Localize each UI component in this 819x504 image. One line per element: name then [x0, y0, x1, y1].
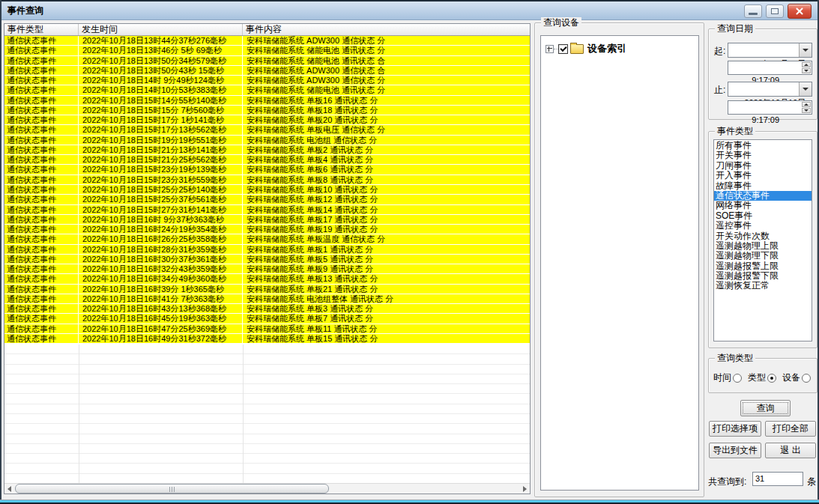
table-row[interactable]: 通信状态事件2022年10月18日15时25分25秒140毫秒安科瑞储能系统 单…: [4, 185, 530, 195]
table-row[interactable]: 通信状态事件2022年10月18日15时15分 7秒560毫秒安科瑞储能系统 单…: [4, 106, 530, 115]
column-header-event-content[interactable]: 事件内容: [243, 24, 530, 35]
device-root-label[interactable]: 设备索引: [587, 42, 626, 55]
table-cell: 2022年10月18日16时49分31秒372毫秒: [79, 334, 243, 343]
table-row[interactable]: 通信状态事件2022年10月18日16时45分19秒363毫秒安科瑞储能系统 单…: [4, 314, 530, 324]
restore-button[interactable]: [766, 4, 784, 18]
horizontal-scrollbar[interactable]: [4, 483, 530, 494]
table-row[interactable]: 通信状态事件2022年10月18日14时 9分49秒124毫秒安科瑞储能系统 A…: [4, 76, 530, 85]
time-from-spinner[interactable]: [801, 61, 812, 74]
table-row[interactable]: 通信状态事件2022年10月18日16时28分31秒359毫秒安科瑞储能系统 单…: [4, 245, 530, 255]
event-type-item[interactable]: 遥控事件: [714, 221, 812, 231]
scrollbar-thumb[interactable]: [15, 484, 329, 494]
table-row[interactable]: 通信状态事件2022年10月18日15时23分19秒139毫秒安科瑞储能系统 单…: [4, 165, 530, 174]
event-type-item[interactable]: 遥测越报警下限: [714, 271, 812, 281]
table-row[interactable]: 通信状态事件2022年10月18日13时50分43秒 15毫秒安科瑞储能系统 A…: [4, 66, 530, 76]
table-row[interactable]: 通信状态事件2022年10月18日16时49分31秒372毫秒安科瑞储能系统 单…: [4, 334, 530, 344]
date-from-dropdown-button[interactable]: [799, 43, 812, 57]
spin-down-button[interactable]: [802, 68, 811, 73]
radio-icon[interactable]: [733, 374, 742, 383]
table-cell: 通信状态事件: [4, 304, 79, 313]
event-type-item[interactable]: SOE事件: [714, 211, 812, 221]
event-type-item[interactable]: 所有事件: [714, 141, 812, 151]
table-cell: 2022年10月18日16时45分19秒363毫秒: [79, 314, 243, 323]
radio-icon[interactable]: [767, 374, 776, 383]
event-type-item[interactable]: 网络事件: [714, 201, 812, 210]
table-row[interactable]: 通信状态事件2022年10月18日15时25分37秒561毫秒安科瑞储能系统 单…: [4, 195, 530, 204]
table-row[interactable]: 通信状态事件2022年10月18日16时26分25秒358毫秒安科瑞储能系统 单…: [4, 234, 530, 244]
table-row[interactable]: 通信状态事件2022年10月18日16时43分13秒368毫秒安科瑞储能系统 单…: [4, 304, 530, 314]
table-row[interactable]: 通信状态事件2022年10月18日16时24分19秒354毫秒安科瑞储能系统 单…: [4, 225, 530, 234]
table-cell: 2022年10月18日16时47分25秒369毫秒: [79, 324, 243, 333]
radio-icon[interactable]: [802, 374, 811, 383]
date-from-select[interactable]: 2022年10月18日: [728, 43, 812, 58]
event-type-list[interactable]: 所有事件开关事件刀闸事件开入事件故障事件通信状态事件网络事件SOE事件遥控事件开…: [713, 139, 812, 341]
event-type-item[interactable]: 刀闸事件: [714, 161, 812, 171]
scroll-left-button[interactable]: [4, 484, 14, 494]
export-to-file-button[interactable]: 导出到文件: [709, 443, 761, 458]
table-row[interactable]: 通信状态事件2022年10月18日13时44分37秒276毫秒安科瑞储能系统 A…: [4, 36, 530, 46]
spin-up-button[interactable]: [802, 102, 811, 107]
event-type-item[interactable]: 开关事件: [714, 151, 812, 160]
event-type-item[interactable]: 开入事件: [714, 171, 812, 180]
table-row[interactable]: 通信状态事件2022年10月18日16时47分25秒369毫秒安科瑞储能系统 单…: [4, 324, 530, 334]
table-row[interactable]: 通信状态事件2022年10月18日16时 9分37秒363毫秒安科瑞储能系统 单…: [4, 215, 530, 225]
event-type-item[interactable]: 通信状态事件: [714, 191, 812, 201]
spin-up-button[interactable]: [802, 62, 811, 67]
table-row[interactable]: 通信状态事件2022年10月18日14时10分53秒383毫秒安科瑞储能系统 储…: [4, 85, 530, 95]
table-row[interactable]: 通信状态事件2022年10月18日15时21分25秒562毫秒安科瑞储能系统 单…: [4, 155, 530, 165]
event-type-item[interactable]: 开关动作次数: [714, 231, 812, 241]
date-to-select[interactable]: 2022年10月19日: [728, 82, 812, 97]
query-button[interactable]: 查询: [740, 400, 791, 416]
table-row[interactable]: 通信状态事件2022年10月18日16时41分 7秒363毫秒安科瑞储能系统 电…: [4, 294, 530, 304]
column-header-event-type[interactable]: 事件类型: [4, 24, 79, 35]
scroll-right-button[interactable]: [520, 484, 530, 494]
print-selected-button[interactable]: 打印选择项: [709, 421, 761, 437]
table-cell: 通信状态事件: [4, 106, 79, 115]
event-type-item[interactable]: 遥测越报警上限: [714, 261, 812, 271]
table-row[interactable]: 通信状态事件2022年10月18日15时14分55秒140毫秒安科瑞储能系统 单…: [4, 96, 530, 106]
table-row[interactable]: 通信状态事件2022年10月18日16时32分43秒359毫秒安科瑞储能系统 单…: [4, 264, 530, 274]
table-row[interactable]: 通信状态事件2022年10月18日15时19分19秒551毫秒安科瑞储能系统 电…: [4, 136, 530, 145]
table-cell: 通信状态事件: [4, 334, 79, 343]
table-cell: 安科瑞储能系统 单板3 通讯状态 分: [243, 304, 530, 313]
minimize-button[interactable]: [744, 4, 762, 18]
exit-button[interactable]: 退 出: [765, 443, 816, 458]
table-row[interactable]: 通信状态事件2022年10月18日15时27分31秒141毫秒安科瑞储能系统 单…: [4, 205, 530, 215]
event-type-item[interactable]: 遥测越物理上限: [714, 241, 812, 251]
print-all-button[interactable]: 打印全部: [765, 421, 816, 437]
table-row[interactable]: 通信状态事件2022年10月18日15时23分31秒559毫秒安科瑞储能系统 单…: [4, 175, 530, 185]
table-cell: 安科瑞储能系统 电池组整体 通讯状态 分: [243, 294, 530, 303]
table-row[interactable]: 通信状态事件2022年10月18日16时39分 1秒365毫秒安科瑞储能系统 单…: [4, 285, 530, 294]
table-row[interactable]: 通信状态事件2022年10月18日13时50分34秒579毫秒安科瑞储能系统 储…: [4, 56, 530, 66]
result-count-input[interactable]: 31: [752, 472, 803, 486]
event-type-item[interactable]: 遥测越物理下限: [714, 251, 812, 261]
date-to-dropdown-button[interactable]: [799, 82, 812, 96]
time-from-input[interactable]: 9:17:09: [728, 61, 812, 75]
device-root-checkbox[interactable]: [558, 44, 568, 54]
column-header-event-time[interactable]: 发生时间: [79, 24, 243, 35]
device-tree[interactable]: 设备索引: [540, 35, 699, 491]
query-type-option[interactable]: 类型: [748, 371, 776, 384]
time-to-input[interactable]: 9:17:09: [728, 100, 812, 115]
event-type-item[interactable]: 故障事件: [714, 181, 812, 191]
table-cell: 通信状态事件: [4, 115, 79, 124]
tree-expand-icon[interactable]: [546, 45, 554, 53]
table-cell: 安科瑞储能系统 ADW300 通信状态 合: [243, 66, 530, 75]
time-to-spinner[interactable]: [801, 101, 812, 114]
table-row[interactable]: 通信状态事件2022年10月18日16时30分37秒361毫秒安科瑞储能系统 单…: [4, 255, 530, 264]
device-tree-root[interactable]: 设备索引: [541, 36, 698, 55]
query-type-option[interactable]: 设备: [782, 371, 811, 384]
table-row[interactable]: 通信状态事件2022年10月18日15时17分13秒562毫秒安科瑞储能系统 单…: [4, 125, 530, 135]
table-row[interactable]: 通信状态事件2022年10月18日15时21分13秒141毫秒安科瑞储能系统 单…: [4, 145, 530, 155]
spin-down-button[interactable]: [802, 108, 811, 113]
table-row[interactable]: 通信状态事件2022年10月18日15时17分 1秒141毫秒安科瑞储能系统 单…: [4, 115, 530, 125]
table-cell: 通信状态事件: [4, 195, 79, 204]
table-cell: 安科瑞储能系统 单板12 通讯状态 分: [243, 195, 530, 204]
table-row[interactable]: 通信状态事件2022年10月18日16时34分49秒360毫秒安科瑞储能系统 单…: [4, 274, 530, 284]
table-row[interactable]: 通信状态事件2022年10月18日13时46分 5秒 69毫秒安科瑞储能系统 储…: [4, 46, 530, 55]
close-button[interactable]: [788, 4, 812, 19]
query-date-group-label: 查询日期: [715, 23, 755, 34]
event-type-item[interactable]: 遥测恢复正常: [714, 281, 812, 291]
event-table-header: 事件类型 发生时间 事件内容: [4, 24, 530, 36]
query-type-option[interactable]: 时间: [713, 371, 742, 384]
